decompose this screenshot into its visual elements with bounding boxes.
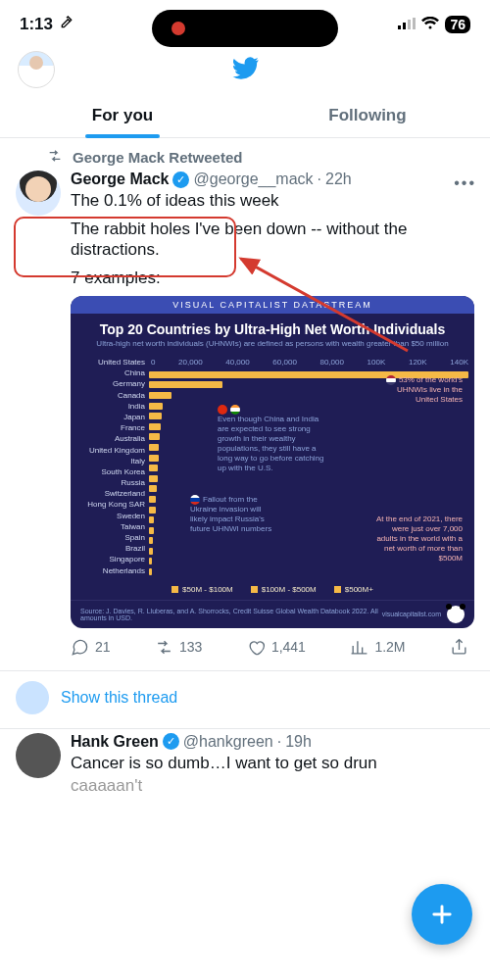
tweet-actions: 21 133 1,441 1.2M: [71, 628, 474, 662]
timeline-tabs: For you Following: [0, 92, 490, 138]
status-bar: 1:13 76: [0, 0, 490, 49]
author-avatar[interactable]: [16, 733, 61, 778]
svg-rect-1: [403, 23, 406, 29]
wifi-icon: [421, 15, 439, 34]
tab-following[interactable]: Following: [245, 92, 490, 137]
reply-button[interactable]: 21: [71, 638, 111, 657]
views-button[interactable]: 1.2M: [350, 638, 405, 657]
compose-button[interactable]: [412, 884, 472, 945]
tab-for-you[interactable]: For you: [0, 92, 245, 137]
author-name: George Mack: [71, 171, 169, 188]
author-row[interactable]: Hank Green ✓ @hankgreen · 19h: [71, 733, 474, 751]
retweet-icon: [47, 148, 63, 167]
tweet-text: caaaaan't: [71, 775, 474, 796]
author-row[interactable]: George Mack ✓ @george__mack · 22h: [71, 171, 474, 188]
tweet-image-card[interactable]: VISUAL CAPITALIST DATASTREAM Top 20 Coun…: [71, 296, 474, 628]
bar-chart: United StatesChinaGermanyCanadaIndiaJapa…: [71, 354, 474, 583]
verified-badge-icon: ✓: [172, 172, 189, 188]
retweet-label: George Mack Retweeted: [73, 149, 242, 166]
dynamic-island: [152, 10, 338, 47]
panda-icon: [447, 606, 465, 623]
tweet-time: 22h: [325, 171, 352, 188]
more-options-button[interactable]: •••: [454, 174, 476, 192]
verified-badge-icon: ✓: [163, 733, 179, 750]
app-header: [0, 49, 490, 92]
card-banner: VISUAL CAPITALIST DATASTREAM: [71, 296, 474, 314]
tweet-time: 19h: [285, 733, 312, 751]
chart-annotation: 53% of the world's UHNWIs live in the Un…: [374, 375, 463, 405]
chart-annotation: At the end of 2021, there were just over…: [374, 514, 463, 564]
card-title: Top 20 Countries by Ultra-High Net Worth…: [71, 314, 474, 339]
retweet-button[interactable]: 133: [155, 638, 202, 657]
retweet-indicator[interactable]: George Mack Retweeted: [0, 138, 490, 167]
tweet-text: Cancer is so dumb…I want to get so drun: [71, 753, 474, 773]
tweet-text: The rabbit holes I've been down -- witho…: [71, 219, 474, 260]
cell-signal-icon: [398, 15, 416, 34]
card-source: Source: J. Davies, R. Lluberas, and A. S…: [71, 600, 474, 628]
svg-rect-3: [413, 18, 416, 29]
battery-level: 76: [445, 16, 470, 33]
twitter-logo-icon[interactable]: [230, 54, 260, 87]
tweet-text: The 0.1% of ideas this week: [71, 190, 474, 211]
author-handle: @george__mack: [193, 171, 313, 188]
tweet[interactable]: George Mack ✓ @george__mack · 22h ••• Th…: [0, 167, 490, 671]
thread-avatar: [16, 681, 49, 714]
author-avatar[interactable]: [16, 171, 61, 216]
share-button[interactable]: [450, 638, 468, 657]
show-thread-label: Show this thread: [61, 689, 177, 707]
show-thread-link[interactable]: Show this thread: [0, 671, 490, 729]
chart-annotation: Even though China and India are expected…: [218, 405, 330, 473]
card-subtitle: Ultra-high net worth individuals (UHNWIs…: [71, 339, 474, 354]
chart-legend: $50M - $100M$100M - $500M$500M+: [71, 583, 474, 600]
svg-rect-2: [408, 20, 411, 29]
tools-icon: [59, 15, 74, 35]
tweet[interactable]: Hank Green ✓ @hankgreen · 19h Cancer is …: [0, 729, 490, 811]
svg-rect-0: [398, 25, 401, 29]
chart-annotation: Fallout from the Ukraine invasion will l…: [190, 495, 278, 534]
profile-avatar-button[interactable]: [18, 51, 55, 88]
clock: 1:13: [20, 15, 53, 34]
author-name: Hank Green: [71, 733, 159, 751]
tweet-text: 7 examples:: [71, 268, 474, 288]
like-button[interactable]: 1,441: [247, 638, 306, 657]
author-handle: @hankgreen: [183, 733, 273, 751]
